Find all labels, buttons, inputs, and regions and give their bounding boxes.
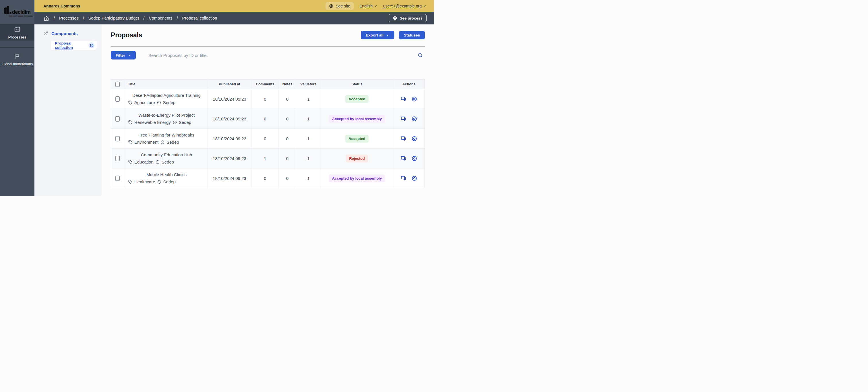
chevron-down-icon [374,4,377,8]
user-menu[interactable]: user57@example.org [383,4,427,8]
breadcrumb-item-processes[interactable]: Processes [59,16,79,20]
decidim-logo-mark: decidim [0,6,34,14]
status-badge: Accepted [345,135,369,143]
proposal-title-link[interactable]: Community Education Hub [128,152,205,157]
notes-cell: 0 [279,109,296,129]
answer-proposal-button[interactable] [400,156,406,162]
answer-proposal-button[interactable] [400,136,406,142]
row-checkbox[interactable] [115,96,120,102]
table-row: Mobile Health Clinics Healthcare Sedep 1… [111,168,425,188]
organization-name[interactable]: Annares Commons [43,4,80,8]
subnav-item-label: Proposal collection [55,41,88,50]
proposals-table: Title Published at Comments Notes Valuat… [111,79,425,188]
scope-icon [157,100,161,105]
see-process-button[interactable]: See process [389,14,427,22]
checkbox-cell [111,168,124,188]
published-at-cell: 18/10/2024 09:23 [208,148,252,168]
category-label: Healthcare [134,179,155,184]
title-divider [111,46,425,47]
comments-cell: 0 [252,129,279,148]
table-row: Community Education Hub Education Sedep … [111,148,425,168]
actions-cell [393,148,425,168]
status-cell: Accepted [321,89,393,109]
breadcrumb-separator: / [54,16,55,20]
proposal-title-link[interactable]: Mobile Health Clinics [128,172,205,177]
proposal-tags: Environment Sedep [128,140,205,145]
see-site-link[interactable]: See site [326,2,353,10]
scope-icon [173,120,177,125]
row-checkbox[interactable] [115,156,120,161]
row-checkbox[interactable] [115,136,120,141]
main-content: Proposals Export all Statuses F [102,24,434,196]
checkbox-cell [111,129,124,148]
logo-wordmark: decidim [12,10,31,14]
title-cell: Community Education Hub Education Sedep [124,148,208,168]
show-proposal-button[interactable] [411,96,417,102]
language-selector[interactable]: English [360,4,377,8]
row-checkbox[interactable] [115,176,120,181]
topbar-right-cluster: See site English user57@example.org [326,2,427,10]
sidebar-item-processes[interactable]: Processes [0,24,34,40]
breadcrumb: / Processes / Sedep Participatory Budget… [43,15,217,21]
answer-proposal-button[interactable] [400,96,406,102]
breadcrumb-item-process[interactable]: Sedep Participatory Budget [88,16,139,20]
column-header-actions: Actions [393,80,425,89]
row-checkbox[interactable] [115,116,120,121]
answer-proposal-button[interactable] [400,175,406,181]
title-row: Proposals Export all Statuses [111,31,425,39]
chevron-down-icon [128,54,131,57]
sidebar-item-global-moderations[interactable]: Global moderations [0,53,34,66]
statuses-button[interactable]: Statuses [399,31,425,39]
proposal-tags: Healthcare Sedep [128,179,205,184]
actions-cell [393,168,425,188]
show-proposal-button[interactable] [411,116,417,122]
column-header-title: Title [124,80,208,89]
select-all-checkbox[interactable] [115,82,120,87]
breadcrumb-item-proposal-collection[interactable]: Proposal collection [182,16,217,20]
filter-label: Filter [116,53,125,57]
answer-proposal-button[interactable] [400,116,406,122]
breadcrumb-separator: / [143,16,144,20]
search-button[interactable] [417,52,424,59]
table-row: Waste-to-Energy Pilot Project Renewable … [111,109,425,129]
column-header-notes: Notes [279,80,296,89]
proposal-tags: Education Sedep [128,160,205,164]
proposal-title-link[interactable]: Waste-to-Energy Pilot Project [128,113,205,117]
chat-answer-icon [400,156,406,162]
subnav-item-proposal-collection[interactable]: Proposal collection 10 [51,40,97,50]
checkbox-cell [111,89,124,109]
logo-bar-1 [4,7,7,14]
status-badge: Accepted [345,95,369,103]
category-label: Environment [134,140,158,145]
notes-cell: 0 [279,148,296,168]
proposal-title-link[interactable]: Tree Planting for Windbreaks [128,133,205,137]
actions-cell [393,109,425,129]
title-cell: Waste-to-Energy Pilot Project Renewable … [124,109,208,129]
breadcrumb-home-link[interactable] [43,15,50,21]
admin-sidebar: decidim free open-source democracy Proce… [0,0,34,196]
show-proposal-button[interactable] [411,156,417,162]
valuators-cell: 1 [296,89,321,109]
checkbox-cell [111,109,124,129]
scope-icon [160,140,165,145]
subnav-components-link[interactable]: Components [34,31,102,36]
breadcrumb-item-components[interactable]: Components [149,16,172,20]
show-proposal-button[interactable] [411,175,417,181]
filter-row: Filter [111,51,425,59]
scope-icon [157,179,162,184]
status-cell: Accepted by local assembly [321,109,393,129]
decidim-logo[interactable]: decidim free open-source democracy [0,0,34,24]
category-tag-icon [128,160,133,164]
title-cell: Mobile Health Clinics Healthcare Sedep [124,168,208,188]
title-cell: Tree Planting for Windbreaks Environment… [124,129,208,148]
chat-answer-icon [400,96,406,102]
logo-tagline: free open-source democracy [7,15,34,17]
proposal-title-link[interactable]: Desert-Adapted Agriculture Training [128,93,205,98]
show-proposal-button[interactable] [411,136,417,142]
search-input[interactable] [148,53,417,58]
filter-button[interactable]: Filter [111,51,136,59]
published-at-cell: 18/10/2024 09:23 [208,129,252,148]
scope-label: Sedep [162,160,174,164]
export-all-button[interactable]: Export all [361,31,394,39]
table-row: Tree Planting for Windbreaks Environment… [111,129,425,148]
